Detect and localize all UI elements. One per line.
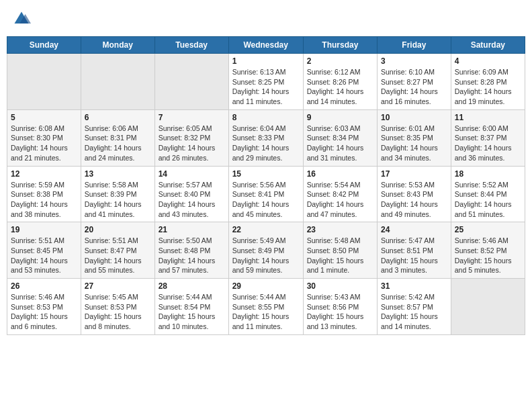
day-number: 10 [381,113,447,122]
day-number: 8 [232,113,300,122]
calendar-cell: 1Sunrise: 6:13 AM Sunset: 8:25 PM Daylig… [228,54,303,110]
day-number: 19 [11,225,77,234]
day-of-week-header: Saturday [451,37,525,54]
logo-icon [12,9,31,28]
calendar-cell [7,54,81,110]
day-number: 17 [381,169,447,179]
day-number: 16 [307,169,373,179]
calendar-cell: 5Sunrise: 6:08 AM Sunset: 8:30 PM Daylig… [7,109,81,166]
calendar-cell: 30Sunrise: 5:43 AM Sunset: 8:56 PM Dayli… [303,279,377,335]
calendar-cell: 8Sunrise: 6:04 AM Sunset: 8:33 PM Daylig… [228,109,303,166]
calendar-cell: 7Sunrise: 6:05 AM Sunset: 8:32 PM Daylig… [154,109,228,166]
day-info: Sunrise: 6:05 AM Sunset: 8:32 PM Dayligh… [159,124,225,163]
calendar-cell [154,54,228,110]
day-number: 15 [232,169,300,179]
calendar-cell: 18Sunrise: 5:52 AM Sunset: 8:44 PM Dayli… [451,166,525,222]
day-info: Sunrise: 5:44 AM Sunset: 8:55 PM Dayligh… [232,292,300,332]
day-info: Sunrise: 6:12 AM Sunset: 8:26 PM Dayligh… [307,67,373,107]
calendar-cell: 6Sunrise: 6:06 AM Sunset: 8:31 PM Daylig… [81,109,154,166]
day-info: Sunrise: 6:08 AM Sunset: 8:30 PM Dayligh… [11,124,77,163]
calendar-cell: 20Sunrise: 5:51 AM Sunset: 8:47 PM Dayli… [81,222,154,279]
calendar-cell: 15Sunrise: 5:56 AM Sunset: 8:41 PM Dayli… [228,166,303,222]
calendar-cell: 27Sunrise: 5:45 AM Sunset: 8:53 PM Dayli… [81,279,154,335]
page-header [7,7,525,31]
day-of-week-header: Wednesday [228,37,303,54]
calendar-cell: 23Sunrise: 5:48 AM Sunset: 8:50 PM Dayli… [303,222,377,279]
day-info: Sunrise: 6:04 AM Sunset: 8:33 PM Dayligh… [232,124,300,163]
calendar-cell: 16Sunrise: 5:54 AM Sunset: 8:42 PM Dayli… [303,166,377,222]
day-of-week-header: Thursday [303,37,377,54]
day-info: Sunrise: 5:56 AM Sunset: 8:41 PM Dayligh… [232,180,300,220]
day-info: Sunrise: 5:54 AM Sunset: 8:42 PM Dayligh… [307,180,373,220]
day-info: Sunrise: 5:49 AM Sunset: 8:49 PM Dayligh… [232,236,300,275]
day-info: Sunrise: 5:44 AM Sunset: 8:54 PM Dayligh… [159,292,225,332]
day-info: Sunrise: 5:48 AM Sunset: 8:50 PM Dayligh… [307,236,373,275]
day-number: 28 [159,281,225,291]
day-number: 18 [455,169,521,179]
calendar-cell: 29Sunrise: 5:44 AM Sunset: 8:55 PM Dayli… [228,279,303,335]
day-info: Sunrise: 6:00 AM Sunset: 8:37 PM Dayligh… [455,124,521,163]
day-info: Sunrise: 5:53 AM Sunset: 8:43 PM Dayligh… [381,180,447,220]
calendar-cell: 11Sunrise: 6:00 AM Sunset: 8:37 PM Dayli… [451,109,525,166]
calendar-cell: 19Sunrise: 5:51 AM Sunset: 8:45 PM Dayli… [7,222,81,279]
calendar-week-row: 19Sunrise: 5:51 AM Sunset: 8:45 PM Dayli… [7,222,525,279]
day-number: 9 [307,113,373,122]
day-number: 5 [11,113,77,122]
day-of-week-header: Tuesday [154,37,228,54]
calendar-table: SundayMondayTuesdayWednesdayThursdayFrid… [7,36,525,335]
calendar-cell: 21Sunrise: 5:50 AM Sunset: 8:48 PM Dayli… [154,222,228,279]
calendar-cell [81,54,154,110]
calendar-cell: 2Sunrise: 6:12 AM Sunset: 8:26 PM Daylig… [303,54,377,110]
day-number: 1 [232,56,300,66]
day-info: Sunrise: 5:47 AM Sunset: 8:51 PM Dayligh… [381,236,447,275]
day-info: Sunrise: 6:06 AM Sunset: 8:31 PM Dayligh… [85,124,151,163]
calendar-cell: 14Sunrise: 5:57 AM Sunset: 8:40 PM Dayli… [154,166,228,222]
day-info: Sunrise: 5:58 AM Sunset: 8:39 PM Dayligh… [85,180,151,220]
day-info: Sunrise: 5:59 AM Sunset: 8:38 PM Dayligh… [11,180,77,220]
day-number: 27 [85,281,151,291]
calendar-week-row: 5Sunrise: 6:08 AM Sunset: 8:30 PM Daylig… [7,109,525,166]
calendar-cell: 31Sunrise: 5:42 AM Sunset: 8:57 PM Dayli… [378,279,451,335]
day-number: 21 [159,225,225,234]
day-info: Sunrise: 5:42 AM Sunset: 8:57 PM Dayligh… [381,292,447,332]
calendar-cell: 9Sunrise: 6:03 AM Sunset: 8:34 PM Daylig… [303,109,377,166]
day-number: 14 [159,169,225,179]
day-number: 23 [307,225,373,234]
day-number: 3 [381,56,447,66]
day-info: Sunrise: 5:51 AM Sunset: 8:45 PM Dayligh… [11,236,77,275]
calendar-cell: 22Sunrise: 5:49 AM Sunset: 8:49 PM Dayli… [228,222,303,279]
day-info: Sunrise: 6:10 AM Sunset: 8:27 PM Dayligh… [381,67,447,107]
day-info: Sunrise: 5:45 AM Sunset: 8:53 PM Dayligh… [85,292,151,332]
day-info: Sunrise: 6:09 AM Sunset: 8:28 PM Dayligh… [455,67,521,107]
day-number: 2 [307,56,373,66]
day-info: Sunrise: 5:50 AM Sunset: 8:48 PM Dayligh… [159,236,225,275]
day-of-week-header: Monday [81,37,154,54]
day-info: Sunrise: 5:46 AM Sunset: 8:53 PM Dayligh… [11,292,77,332]
calendar-cell: 12Sunrise: 5:59 AM Sunset: 8:38 PM Dayli… [7,166,81,222]
day-number: 24 [381,225,447,234]
day-number: 20 [85,225,151,234]
logo [12,9,34,28]
calendar-cell: 3Sunrise: 6:10 AM Sunset: 8:27 PM Daylig… [378,54,451,110]
calendar-week-row: 12Sunrise: 5:59 AM Sunset: 8:38 PM Dayli… [7,166,525,222]
day-info: Sunrise: 5:52 AM Sunset: 8:44 PM Dayligh… [455,180,521,220]
day-info: Sunrise: 6:13 AM Sunset: 8:25 PM Dayligh… [232,67,300,107]
day-info: Sunrise: 5:51 AM Sunset: 8:47 PM Dayligh… [85,236,151,275]
day-number: 7 [159,113,225,122]
calendar-cell: 13Sunrise: 5:58 AM Sunset: 8:39 PM Dayli… [81,166,154,222]
calendar-week-row: 26Sunrise: 5:46 AM Sunset: 8:53 PM Dayli… [7,279,525,335]
day-info: Sunrise: 6:01 AM Sunset: 8:35 PM Dayligh… [381,124,447,163]
day-number: 12 [11,169,77,179]
calendar-cell [451,279,525,335]
calendar-cell: 26Sunrise: 5:46 AM Sunset: 8:53 PM Dayli… [7,279,81,335]
calendar-cell: 10Sunrise: 6:01 AM Sunset: 8:35 PM Dayli… [378,109,451,166]
day-of-week-header: Sunday [7,37,81,54]
day-number: 4 [455,56,521,66]
day-number: 25 [455,225,521,234]
day-info: Sunrise: 5:43 AM Sunset: 8:56 PM Dayligh… [307,292,373,332]
calendar-cell: 17Sunrise: 5:53 AM Sunset: 8:43 PM Dayli… [378,166,451,222]
day-number: 30 [307,281,373,291]
day-number: 29 [232,281,300,291]
day-number: 22 [232,225,300,234]
calendar-cell: 25Sunrise: 5:46 AM Sunset: 8:52 PM Dayli… [451,222,525,279]
